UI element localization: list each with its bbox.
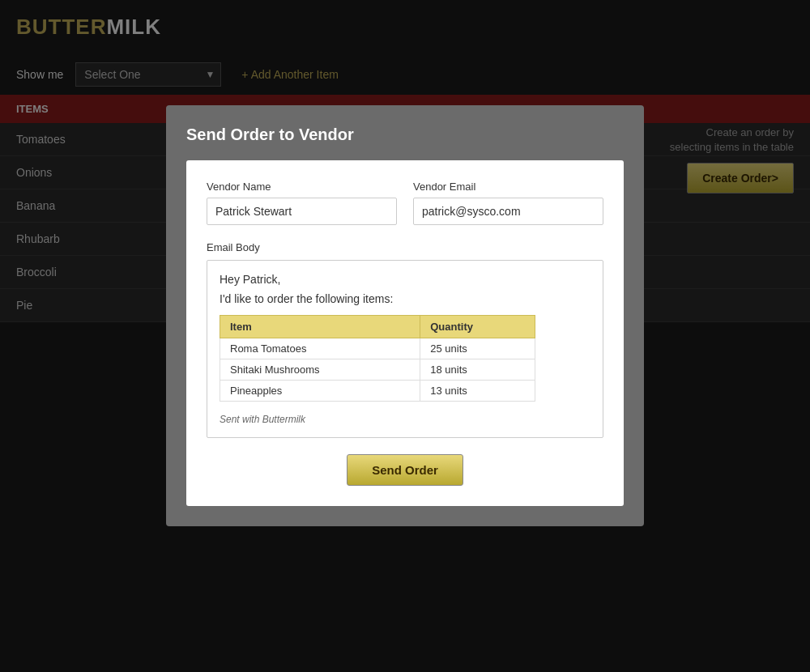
vendor-name-label: Vendor Name [207, 181, 397, 193]
order-item-quantity: 13 units [420, 381, 535, 402]
vendor-name-group: Vendor Name [207, 181, 397, 225]
order-table: Item Quantity Roma Tomatoes 25 units Shi… [220, 315, 535, 402]
vendor-email-input[interactable] [413, 198, 603, 225]
order-item-name: Shitaki Mushrooms [220, 359, 420, 381]
modal-title: Send Order to Vendor [186, 125, 624, 144]
modal-overlay: Send Order to Vendor Vendor Name Vendor … [0, 0, 810, 672]
vendor-row: Vendor Name Vendor Email [207, 181, 603, 225]
order-table-row: Pineapples 13 units [220, 381, 535, 402]
order-item-quantity: 25 units [420, 338, 535, 359]
order-item-name: Pineapples [220, 381, 420, 402]
order-table-header-quantity: Quantity [420, 316, 535, 338]
order-item-quantity: 18 units [420, 359, 535, 381]
email-body-container: Hey Patrick, I'd like to order the follo… [207, 260, 603, 438]
email-greeting: Hey Patrick, [220, 273, 590, 286]
vendor-name-input[interactable] [207, 198, 397, 225]
vendor-email-label: Vendor Email [413, 181, 603, 193]
order-table-row: Shitaki Mushrooms 18 units [220, 359, 535, 381]
order-item-name: Roma Tomatoes [220, 338, 420, 359]
email-footer: Sent with Buttermilk [220, 414, 590, 425]
modal-inner: Vendor Name Vendor Email Email Body Hey … [186, 160, 624, 506]
order-table-header-item: Item [220, 316, 420, 338]
email-intro: I'd like to order the following items: [220, 292, 590, 305]
send-order-modal: Send Order to Vendor Vendor Name Vendor … [166, 105, 644, 526]
vendor-email-group: Vendor Email [413, 181, 603, 225]
email-body-label: Email Body [207, 241, 603, 253]
order-table-row: Roma Tomatoes 25 units [220, 338, 535, 359]
send-order-button[interactable]: Send Order [347, 454, 463, 486]
